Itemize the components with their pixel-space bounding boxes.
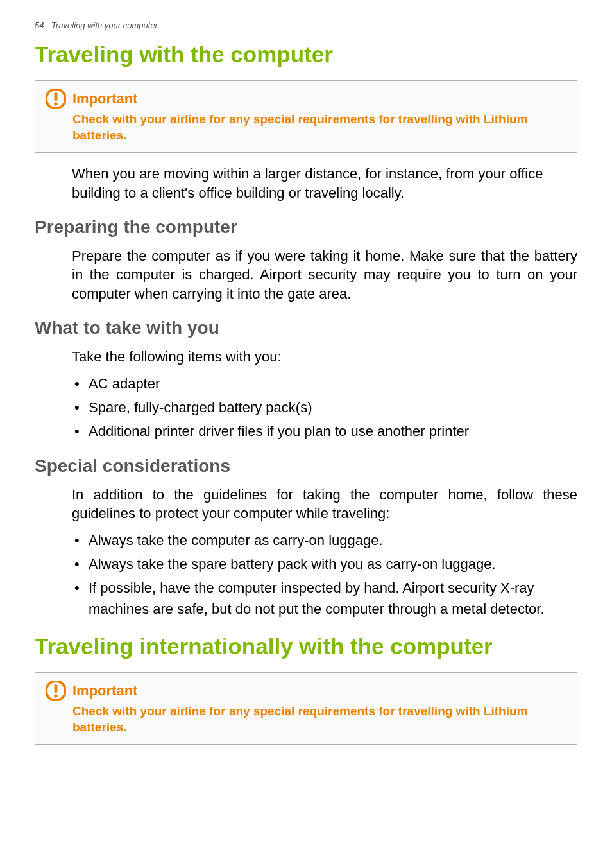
heading-special: Special considerations	[35, 456, 577, 476]
list-item: Additional printer driver files if you p…	[72, 421, 577, 442]
important-callout-1: Important Check with your airline for an…	[35, 80, 577, 153]
heading-traveling: Traveling with the computer	[35, 42, 577, 67]
heading-what-to-take: What to take with you	[35, 318, 577, 338]
svg-point-5	[54, 694, 58, 698]
heading-international: Traveling internationally with the compu…	[35, 634, 577, 659]
list-item: Always take the spare battery pack with …	[72, 553, 577, 575]
list-item: Always take the computer as carry-on lug…	[72, 530, 577, 551]
list-item: Spare, fully-charged battery pack(s)	[72, 397, 577, 418]
svg-point-2	[54, 102, 58, 106]
callout-body: Check with your airline for any special …	[72, 704, 566, 735]
page-header: 54 - Traveling with your computer	[35, 21, 577, 30]
callout-body: Check with your airline for any special …	[72, 112, 566, 143]
list-item: If possible, have the computer inspected…	[72, 577, 577, 620]
list-item: AC adapter	[72, 373, 577, 394]
callout-title: Important	[72, 91, 137, 107]
heading-preparing: Preparing the computer	[35, 217, 577, 238]
important-callout-2: Important Check with your airline for an…	[35, 672, 577, 745]
svg-rect-1	[55, 92, 58, 101]
special-list: Always take the computer as carry-on lug…	[72, 530, 577, 620]
callout-header: Important	[46, 89, 566, 109]
warning-icon	[46, 89, 66, 109]
svg-rect-4	[55, 684, 58, 693]
take-list: AC adapter Spare, fully-charged battery …	[72, 373, 577, 442]
special-intro: In addition to the guidelines for taking…	[72, 485, 577, 523]
take-intro: Take the following items with you:	[72, 347, 577, 367]
warning-icon	[46, 681, 66, 701]
intro-paragraph: When you are moving within a larger dist…	[72, 164, 577, 202]
callout-header: Important	[46, 681, 566, 701]
preparing-paragraph: Prepare the computer as if you were taki…	[72, 247, 577, 304]
callout-title: Important	[72, 682, 137, 699]
